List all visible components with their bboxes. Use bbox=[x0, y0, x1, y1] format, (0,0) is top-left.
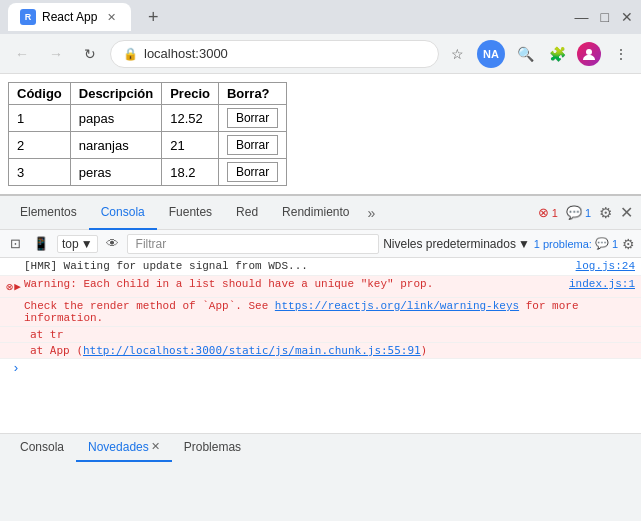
maximize-button[interactable]: □ bbox=[601, 9, 609, 25]
bottom-tab-consola[interactable]: Consola bbox=[8, 434, 76, 462]
cell-descripcion: peras bbox=[70, 159, 161, 186]
cell-codigo: 1 bbox=[9, 105, 71, 132]
hmr-file-link[interactable]: log.js:24 bbox=[576, 260, 635, 272]
devtools-settings-icon[interactable]: ⚙ bbox=[599, 204, 612, 222]
window-controls: — □ ✕ bbox=[575, 9, 633, 25]
novedades-close-icon[interactable]: ✕ bbox=[151, 440, 160, 453]
cell-borrar: Borrar bbox=[218, 105, 286, 132]
console-settings-icon[interactable]: ⚙ bbox=[622, 236, 635, 252]
inspect-icon[interactable]: ⊡ bbox=[6, 234, 25, 253]
toolbar-icons: ☆ NA 🔍 🧩 ⋮ bbox=[445, 40, 633, 68]
message-badge: 💬 1 bbox=[566, 205, 591, 220]
device-icon[interactable]: 📱 bbox=[29, 234, 53, 253]
cell-precio: 21 bbox=[162, 132, 219, 159]
stack-trace-tr: at tr bbox=[0, 327, 641, 343]
minimize-button[interactable]: — bbox=[575, 9, 589, 25]
cell-codigo: 2 bbox=[9, 132, 71, 159]
col-header-precio: Precio bbox=[162, 83, 219, 105]
window-close-button[interactable]: ✕ bbox=[621, 9, 633, 25]
problem-badge: 1 problema: 💬 1 bbox=[534, 237, 618, 250]
menu-icon[interactable]: ⋮ bbox=[609, 42, 633, 66]
console-output: [HMR] Waiting for update signal from WDS… bbox=[0, 258, 641, 433]
at-tr-text: at tr bbox=[30, 328, 63, 341]
filter-input[interactable]: Filtrar bbox=[127, 234, 380, 254]
cell-borrar: Borrar bbox=[218, 159, 286, 186]
error-link[interactable]: index.js:1 bbox=[561, 278, 635, 290]
tab-fuentes[interactable]: Fuentes bbox=[157, 196, 224, 230]
borrar-button[interactable]: Borrar bbox=[227, 162, 278, 182]
tab-elementos[interactable]: Elementos bbox=[8, 196, 89, 230]
back-button[interactable]: ← bbox=[8, 40, 36, 68]
console-error-detail: Check the render method of `App`. See ht… bbox=[0, 298, 641, 327]
address-bar: ← → ↻ 🔒 localhost:3000 ☆ NA 🔍 🧩 ⋮ bbox=[0, 34, 641, 74]
extension-icon[interactable]: 🔍 bbox=[513, 42, 537, 66]
cell-borrar: Borrar bbox=[218, 132, 286, 159]
context-label: top bbox=[62, 237, 79, 251]
svg-point-0 bbox=[586, 49, 592, 55]
forward-button[interactable]: → bbox=[42, 40, 70, 68]
expand-triangle[interactable]: ▶ bbox=[14, 280, 21, 293]
error-icon-area: ⊗ ▶ bbox=[6, 278, 24, 295]
table-row: 1 papas 12.52 Borrar bbox=[9, 105, 287, 132]
tab-red[interactable]: Red bbox=[224, 196, 270, 230]
page-content: Código Descripción Precio Borra? 1 papas… bbox=[0, 74, 641, 194]
hmr-message: [HMR] Waiting for update signal from WDS… bbox=[24, 260, 568, 272]
app-file-link[interactable]: http://localhost:3000/static/js/main.chu… bbox=[83, 344, 421, 357]
message-count: 1 bbox=[585, 207, 591, 219]
devtools-panel: Elementos Consola Fuentes Red Rendimient… bbox=[0, 194, 641, 461]
more-tabs-icon[interactable]: » bbox=[361, 205, 381, 221]
cell-descripcion: papas bbox=[70, 105, 161, 132]
console-error-line: ⊗ ▶ Warning: Each child in a list should… bbox=[0, 276, 641, 298]
tab-close-button[interactable]: ✕ bbox=[103, 9, 119, 25]
eye-icon[interactable]: 👁 bbox=[102, 234, 123, 253]
cell-codigo: 3 bbox=[9, 159, 71, 186]
col-header-borra: Borra? bbox=[218, 83, 286, 105]
cell-precio: 18.2 bbox=[162, 159, 219, 186]
col-header-descripcion: Descripción bbox=[70, 83, 161, 105]
star-icon[interactable]: ☆ bbox=[445, 42, 469, 66]
title-bar: R React App ✕ + — □ ✕ bbox=[0, 0, 641, 34]
caret-icon[interactable]: › bbox=[6, 358, 26, 379]
bottom-tab-novedades[interactable]: Novedades ✕ bbox=[76, 434, 172, 462]
puzzle-icon[interactable]: 🧩 bbox=[545, 42, 569, 66]
devtools-tab-actions: ⊗ 1 💬 1 ⚙ ✕ bbox=[538, 203, 633, 222]
browser-tab[interactable]: R React App ✕ bbox=[8, 3, 131, 31]
warning-message: Warning: Each child in a list should hav… bbox=[24, 278, 561, 290]
error-file-link[interactable]: index.js:1 bbox=[569, 278, 635, 290]
log-levels-selector[interactable]: Niveles predeterminados ▼ bbox=[383, 237, 530, 251]
devtools-close-icon[interactable]: ✕ bbox=[620, 203, 633, 222]
hmr-link[interactable]: log.js:24 bbox=[568, 260, 635, 272]
console-hmr-line: [HMR] Waiting for update signal from WDS… bbox=[0, 258, 641, 276]
stack-trace-app: at App (http://localhost:3000/static/js/… bbox=[0, 343, 641, 359]
devtools-tab-bar: Elementos Consola Fuentes Red Rendimient… bbox=[0, 196, 641, 230]
refresh-button[interactable]: ↻ bbox=[76, 40, 104, 68]
context-selector[interactable]: top ▼ bbox=[57, 235, 98, 253]
lock-icon: 🔒 bbox=[123, 47, 138, 61]
error-detail-text: Check the render method of `App`. See ht… bbox=[24, 300, 635, 324]
cell-descripcion: naranjas bbox=[70, 132, 161, 159]
table-row: 2 naranjas 21 Borrar bbox=[9, 132, 287, 159]
cell-precio: 12.52 bbox=[162, 105, 219, 132]
profile-button[interactable]: NA bbox=[477, 40, 505, 68]
tab-rendimiento[interactable]: Rendimiento bbox=[270, 196, 361, 230]
error-circle-icon: ⊗ bbox=[6, 280, 13, 295]
new-tab-button[interactable]: + bbox=[139, 3, 167, 31]
context-dropdown-icon: ▼ bbox=[81, 237, 93, 251]
url-text: localhost:3000 bbox=[144, 46, 228, 61]
profile-label: NA bbox=[483, 48, 499, 60]
devtools-toolbar: ⊡ 📱 top ▼ 👁 Filtrar Niveles predetermina… bbox=[0, 230, 641, 258]
borrar-button[interactable]: Borrar bbox=[227, 108, 278, 128]
problem-label: 1 problema: bbox=[534, 238, 592, 250]
at-app-text: at App (http://localhost:3000/static/js/… bbox=[30, 344, 427, 357]
bottom-tab-problemas[interactable]: Problemas bbox=[172, 434, 253, 462]
devtools-bottom-bar: Consola Novedades ✕ Problemas bbox=[0, 433, 641, 461]
tab-consola[interactable]: Consola bbox=[89, 196, 157, 230]
levels-dropdown-icon: ▼ bbox=[518, 237, 530, 251]
avatar[interactable] bbox=[577, 42, 601, 66]
data-table: Código Descripción Precio Borra? 1 papas… bbox=[8, 82, 287, 186]
levels-label: Niveles predeterminados bbox=[383, 237, 516, 251]
hmr-icon-area bbox=[6, 260, 24, 262]
borrar-button[interactable]: Borrar bbox=[227, 135, 278, 155]
url-bar[interactable]: 🔒 localhost:3000 bbox=[110, 40, 439, 68]
warning-keys-link[interactable]: https://reactjs.org/link/warning-keys bbox=[275, 300, 519, 312]
